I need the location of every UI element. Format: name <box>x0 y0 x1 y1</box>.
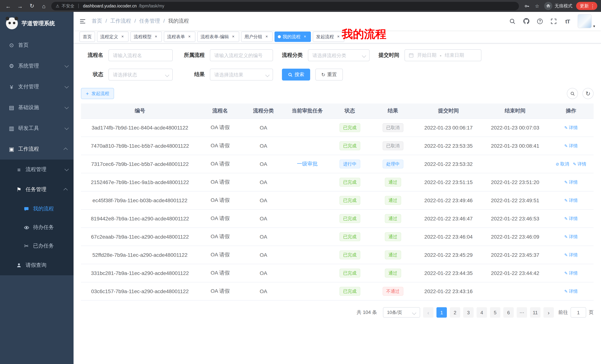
fullscreen-icon[interactable] <box>550 18 558 25</box>
page-button[interactable]: 3 <box>463 307 474 318</box>
sidebar-item-todo-tasks[interactable]: 待办任务 <box>0 218 74 237</box>
start-date-placeholder[interactable]: 开始日期 <box>417 52 436 59</box>
detail-link[interactable]: ✎详情 <box>564 216 578 222</box>
result-select-input[interactable] <box>210 69 273 80</box>
toolbox-icon: ▥ <box>7 125 16 132</box>
start-process-button[interactable]: 发起流程 <box>81 88 114 99</box>
browser-forward-button[interactable]: → <box>16 1 25 10</box>
goto-page-input[interactable] <box>571 307 586 318</box>
sidebar-item-process-management[interactable]: ≡ 流程管理 <box>0 160 74 180</box>
user-menu[interactable]: ▾ <box>578 14 595 28</box>
tab-process-model[interactable]: 流程模型 <box>130 31 162 42</box>
browser-reload-button[interactable]: ↻ <box>28 1 36 10</box>
next-page-button[interactable]: › <box>543 307 554 318</box>
sidebar-item-devtools[interactable]: ▥ 研发工具 <box>0 118 74 139</box>
date-range-picker[interactable]: 开始日期 - 结束日期 <box>404 49 481 61</box>
sidebar-item-system[interactable]: ⚙ 系统管理 <box>0 56 74 77</box>
hamburger-icon[interactable] <box>80 18 86 24</box>
reset-button[interactable]: ↻ 重置 <box>315 69 343 80</box>
close-icon[interactable] <box>336 34 341 39</box>
sidebar-item-infrastructure[interactable]: ▤ 基础设施 <box>0 97 74 118</box>
cell-name: OA 请假 <box>199 282 241 300</box>
bookmark-star-icon[interactable]: ☆ <box>534 3 541 9</box>
help-icon[interactable] <box>536 18 544 25</box>
tab-process-form[interactable]: 流程表单 <box>164 31 195 42</box>
breadcrumb-item[interactable]: 工作流程 <box>110 18 139 25</box>
page-button[interactable]: 6 <box>503 307 514 318</box>
sidebar-item-task-management[interactable]: ⚑ 任务管理 <box>0 180 74 200</box>
refresh-table-button[interactable]: ↻ <box>582 88 594 99</box>
github-icon[interactable] <box>523 18 530 25</box>
cell-id: 03c6c157-7b9a-11ec-a290-acde48001122 <box>81 282 199 300</box>
detail-link[interactable]: ✎详情 <box>564 143 578 149</box>
close-icon[interactable] <box>187 34 192 39</box>
detail-link[interactable]: ✎详情 <box>564 288 578 295</box>
cell-end-time: 2022-01-23 00:07:03 <box>482 119 549 137</box>
avatar[interactable] <box>578 14 592 28</box>
browser-home-button[interactable]: ⌂ <box>39 1 48 10</box>
sidebar-item-my-process[interactable]: 我的流程 <box>0 200 74 218</box>
category-select-input[interactable] <box>308 49 370 61</box>
sidebar-item-leave-query[interactable]: 请假查询 <box>0 255 74 275</box>
page-button[interactable]: 5 <box>490 307 500 318</box>
process-definition-input[interactable] <box>210 49 273 61</box>
tab-process-form-edit[interactable]: 流程表单-编辑 <box>197 31 239 42</box>
page-content: 流程名 所属流程 流程分类 提交 <box>74 43 601 364</box>
edit-icon: ✎ <box>564 253 568 258</box>
edit-icon: ✎ <box>564 198 568 203</box>
current-task-link[interactable]: 一级审批 <box>297 161 318 167</box>
category-select[interactable] <box>308 49 370 61</box>
sidebar-item-done-tasks[interactable]: ✂ 已办任务 <box>0 237 74 255</box>
tab-user-group[interactable]: 用户分组 <box>241 31 273 42</box>
toggle-search-button[interactable] <box>567 88 578 99</box>
tab-start-process[interactable]: 发起流程 <box>313 31 344 42</box>
detail-link[interactable]: ✎详情 <box>564 270 578 277</box>
sidebar-item-workflow[interactable]: ▣ 工作流程 <box>0 139 74 160</box>
breadcrumb-item[interactable]: 首页 <box>92 18 110 25</box>
tab-home[interactable]: 首页 <box>80 31 95 42</box>
browser-back-button[interactable]: ← <box>4 1 13 10</box>
update-button[interactable]: 更新 ⋮ <box>576 2 597 10</box>
font-size-icon[interactable]: tT <box>564 18 571 25</box>
menu-label: 系统管理 <box>18 63 39 69</box>
close-icon[interactable] <box>302 34 308 39</box>
breadcrumb-item[interactable]: 任务管理 <box>139 18 168 25</box>
cell-name: OA 请假 <box>199 191 241 210</box>
page-button[interactable]: 4 <box>477 307 487 318</box>
search-button[interactable]: 搜索 <box>282 69 310 80</box>
detail-link[interactable]: ✎详情 <box>564 234 578 240</box>
close-icon[interactable] <box>153 34 159 39</box>
detail-link[interactable]: ✎详情 <box>564 179 578 185</box>
sidebar-item-home[interactable]: ⊙ 首页 <box>0 35 74 56</box>
tab-process-definition[interactable]: 流程定义 <box>97 31 129 42</box>
security-label[interactable]: 不安全 <box>62 3 74 9</box>
browser-menu-icon[interactable]: ⋮ <box>590 3 595 9</box>
close-icon[interactable] <box>264 34 269 39</box>
page-button[interactable]: 11 <box>530 307 541 318</box>
detail-link[interactable]: ✎详情 <box>564 252 578 258</box>
detail-link[interactable]: ✎详情 <box>564 197 578 204</box>
close-icon[interactable] <box>231 34 236 39</box>
search-icon[interactable] <box>509 18 516 25</box>
process-name-input[interactable] <box>109 49 173 61</box>
sidebar-item-payment[interactable]: ¥ 支付管理 <box>0 77 74 97</box>
prev-page-button[interactable]: ‹ <box>423 307 433 318</box>
address-bar[interactable]: ⚠ 不安全 dashboard.yudao.iocoder.cn/bpm/tas… <box>51 2 519 10</box>
page-size-select[interactable]: 10条/页 <box>383 307 420 318</box>
status-select-input[interactable] <box>109 69 173 80</box>
filter-label: 提交时间 <box>379 52 404 59</box>
status-select[interactable] <box>109 69 173 80</box>
detail-link[interactable]: ✎详情 <box>573 161 586 167</box>
page-button[interactable]: 2 <box>450 307 460 318</box>
end-date-placeholder[interactable]: 结束日期 <box>445 52 464 59</box>
page-button[interactable]: 1 <box>436 307 447 318</box>
result-select[interactable] <box>210 69 273 80</box>
password-key-icon[interactable] <box>523 3 530 9</box>
table-row: ec45f38f-7b9a-11ec-b03b-acde48001122 OA … <box>81 191 594 210</box>
close-icon[interactable] <box>120 34 125 39</box>
detail-link[interactable]: ✎详情 <box>564 125 578 131</box>
tab-my-process[interactable]: 我的流程 <box>274 31 311 42</box>
more-pages-button[interactable]: ⋯ <box>517 307 527 318</box>
cancel-link[interactable]: ⊘取消 <box>556 161 569 167</box>
column-header: 流程分类 <box>241 104 285 119</box>
